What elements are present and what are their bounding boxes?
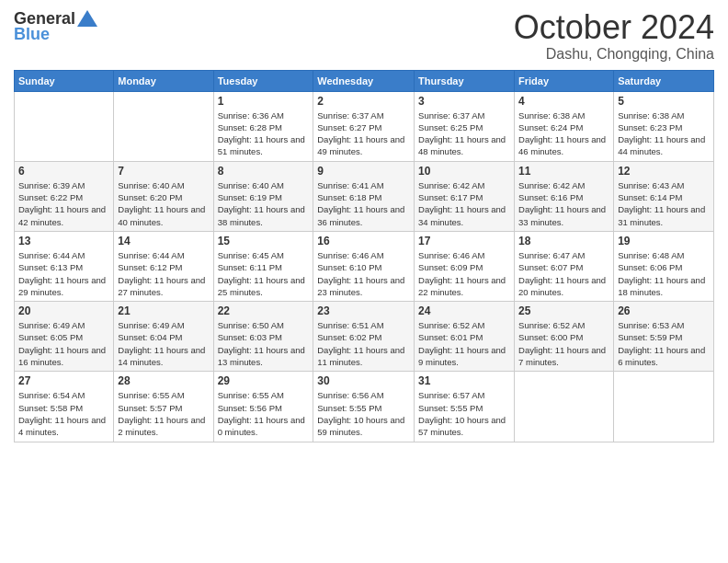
cell-2-5: 18 Sunrise: 6:47 AMSunset: 6:07 PMDaylig… bbox=[515, 231, 614, 301]
day-detail: Sunrise: 6:42 AMSunset: 6:17 PMDaylight:… bbox=[418, 180, 506, 227]
day-number: 10 bbox=[418, 165, 510, 178]
day-number: 22 bbox=[218, 304, 310, 317]
day-number: 23 bbox=[317, 304, 410, 317]
day-number: 14 bbox=[118, 235, 209, 247]
day-number: 2 bbox=[317, 95, 410, 108]
day-number: 4 bbox=[518, 95, 609, 108]
day-detail: Sunrise: 6:57 AMSunset: 5:55 PMDaylight:… bbox=[418, 390, 506, 437]
cell-1-6: 12 Sunrise: 6:43 AMSunset: 6:14 PMDaylig… bbox=[614, 161, 714, 231]
day-detail: Sunrise: 6:55 AMSunset: 5:56 PMDaylight:… bbox=[218, 390, 305, 437]
day-detail: Sunrise: 6:46 AMSunset: 6:10 PMDaylight:… bbox=[317, 250, 404, 297]
day-detail: Sunrise: 6:49 AMSunset: 6:04 PMDaylight:… bbox=[118, 320, 205, 367]
cell-0-5: 4 Sunrise: 6:38 AMSunset: 6:24 PMDayligh… bbox=[515, 91, 614, 161]
cell-1-3: 9 Sunrise: 6:41 AMSunset: 6:18 PMDayligh… bbox=[313, 161, 415, 231]
day-number: 13 bbox=[18, 235, 109, 247]
cell-4-5 bbox=[515, 372, 614, 442]
day-number: 19 bbox=[618, 235, 710, 247]
day-detail: Sunrise: 6:52 AMSunset: 6:01 PMDaylight:… bbox=[418, 320, 506, 367]
day-detail: Sunrise: 6:37 AMSunset: 6:27 PMDaylight:… bbox=[317, 110, 404, 157]
day-detail: Sunrise: 6:43 AMSunset: 6:14 PMDaylight:… bbox=[618, 180, 705, 227]
cell-4-1: 28 Sunrise: 6:55 AMSunset: 5:57 PMDaylig… bbox=[114, 372, 213, 442]
logo-icon bbox=[77, 10, 97, 27]
week-row-2: 13 Sunrise: 6:44 AMSunset: 6:13 PMDaylig… bbox=[15, 231, 714, 301]
day-detail: Sunrise: 6:42 AMSunset: 6:16 PMDaylight:… bbox=[518, 180, 606, 227]
logo: General Blue bbox=[14, 9, 97, 44]
cell-1-0: 6 Sunrise: 6:39 AMSunset: 6:22 PMDayligh… bbox=[15, 161, 114, 231]
day-detail: Sunrise: 6:39 AMSunset: 6:22 PMDaylight:… bbox=[18, 180, 106, 227]
day-detail: Sunrise: 6:38 AMSunset: 6:23 PMDaylight:… bbox=[618, 110, 705, 157]
cell-3-6: 26 Sunrise: 6:53 AMSunset: 5:59 PMDaylig… bbox=[614, 302, 714, 372]
header-area: General Blue October 2024 Dashu, Chongqi… bbox=[14, 9, 714, 63]
day-detail: Sunrise: 6:51 AMSunset: 6:02 PMDaylight:… bbox=[317, 320, 404, 367]
cell-4-4: 31 Sunrise: 6:57 AMSunset: 5:55 PMDaylig… bbox=[415, 372, 515, 442]
day-number: 11 bbox=[518, 165, 609, 178]
day-number: 6 bbox=[18, 165, 109, 178]
day-detail: Sunrise: 6:44 AMSunset: 6:12 PMDaylight:… bbox=[118, 250, 205, 297]
month-title: October 2024 bbox=[514, 9, 714, 46]
day-detail: Sunrise: 6:38 AMSunset: 6:24 PMDaylight:… bbox=[518, 110, 606, 157]
calendar-table: Sunday Monday Tuesday Wednesday Thursday… bbox=[14, 70, 714, 442]
location-title: Dashu, Chongqing, China bbox=[514, 46, 714, 63]
cell-2-1: 14 Sunrise: 6:44 AMSunset: 6:12 PMDaylig… bbox=[114, 231, 213, 301]
cell-0-4: 3 Sunrise: 6:37 AMSunset: 6:25 PMDayligh… bbox=[415, 91, 515, 161]
cell-2-4: 17 Sunrise: 6:46 AMSunset: 6:09 PMDaylig… bbox=[415, 231, 515, 301]
day-number: 7 bbox=[118, 165, 209, 178]
day-detail: Sunrise: 6:44 AMSunset: 6:13 PMDaylight:… bbox=[18, 250, 106, 297]
header-monday: Monday bbox=[114, 70, 213, 91]
cell-0-2: 1 Sunrise: 6:36 AMSunset: 6:28 PMDayligh… bbox=[213, 91, 313, 161]
day-detail: Sunrise: 6:40 AMSunset: 6:19 PMDaylight:… bbox=[218, 180, 305, 227]
cell-4-6 bbox=[614, 372, 714, 442]
title-area: October 2024 Dashu, Chongqing, China bbox=[514, 9, 714, 63]
day-number: 18 bbox=[518, 235, 609, 247]
day-number: 9 bbox=[317, 165, 410, 178]
day-number: 5 bbox=[618, 95, 710, 108]
cell-3-5: 25 Sunrise: 6:52 AMSunset: 6:00 PMDaylig… bbox=[515, 302, 614, 372]
day-detail: Sunrise: 6:48 AMSunset: 6:06 PMDaylight:… bbox=[618, 250, 705, 297]
day-detail: Sunrise: 6:36 AMSunset: 6:28 PMDaylight:… bbox=[218, 110, 305, 157]
cell-1-2: 8 Sunrise: 6:40 AMSunset: 6:19 PMDayligh… bbox=[213, 161, 313, 231]
cell-2-2: 15 Sunrise: 6:45 AMSunset: 6:11 PMDaylig… bbox=[213, 231, 313, 301]
cell-2-0: 13 Sunrise: 6:44 AMSunset: 6:13 PMDaylig… bbox=[15, 231, 114, 301]
cell-3-0: 20 Sunrise: 6:49 AMSunset: 6:05 PMDaylig… bbox=[15, 302, 114, 372]
header-thursday: Thursday bbox=[415, 70, 515, 91]
day-number: 28 bbox=[118, 374, 209, 387]
day-detail: Sunrise: 6:37 AMSunset: 6:25 PMDaylight:… bbox=[418, 110, 506, 157]
week-row-1: 6 Sunrise: 6:39 AMSunset: 6:22 PMDayligh… bbox=[15, 161, 714, 231]
cell-0-6: 5 Sunrise: 6:38 AMSunset: 6:23 PMDayligh… bbox=[614, 91, 714, 161]
day-detail: Sunrise: 6:47 AMSunset: 6:07 PMDaylight:… bbox=[518, 250, 606, 297]
logo-blue: Blue bbox=[14, 25, 50, 44]
day-detail: Sunrise: 6:49 AMSunset: 6:05 PMDaylight:… bbox=[18, 320, 106, 367]
day-number: 20 bbox=[18, 304, 109, 317]
week-row-0: 1 Sunrise: 6:36 AMSunset: 6:28 PMDayligh… bbox=[15, 91, 714, 161]
day-number: 29 bbox=[218, 374, 310, 387]
day-detail: Sunrise: 6:50 AMSunset: 6:03 PMDaylight:… bbox=[218, 320, 305, 367]
header-tuesday: Tuesday bbox=[213, 70, 313, 91]
day-detail: Sunrise: 6:52 AMSunset: 6:00 PMDaylight:… bbox=[518, 320, 606, 367]
cell-3-4: 24 Sunrise: 6:52 AMSunset: 6:01 PMDaylig… bbox=[415, 302, 515, 372]
header-sunday: Sunday bbox=[15, 70, 114, 91]
cell-1-5: 11 Sunrise: 6:42 AMSunset: 6:16 PMDaylig… bbox=[515, 161, 614, 231]
day-detail: Sunrise: 6:54 AMSunset: 5:58 PMDaylight:… bbox=[18, 390, 106, 437]
header-row: Sunday Monday Tuesday Wednesday Thursday… bbox=[15, 70, 714, 91]
day-detail: Sunrise: 6:40 AMSunset: 6:20 PMDaylight:… bbox=[118, 180, 205, 227]
day-number: 3 bbox=[418, 95, 510, 108]
day-number: 8 bbox=[218, 165, 310, 178]
cell-0-0 bbox=[15, 91, 114, 161]
cell-4-0: 27 Sunrise: 6:54 AMSunset: 5:58 PMDaylig… bbox=[15, 372, 114, 442]
cell-3-2: 22 Sunrise: 6:50 AMSunset: 6:03 PMDaylig… bbox=[213, 302, 313, 372]
day-number: 27 bbox=[18, 374, 109, 387]
cell-3-3: 23 Sunrise: 6:51 AMSunset: 6:02 PMDaylig… bbox=[313, 302, 415, 372]
svg-marker-0 bbox=[77, 10, 97, 27]
day-number: 25 bbox=[518, 304, 609, 317]
week-row-4: 27 Sunrise: 6:54 AMSunset: 5:58 PMDaylig… bbox=[15, 372, 714, 442]
day-number: 15 bbox=[218, 235, 310, 247]
day-detail: Sunrise: 6:53 AMSunset: 5:59 PMDaylight:… bbox=[618, 320, 705, 367]
day-number: 30 bbox=[317, 374, 410, 387]
header-friday: Friday bbox=[515, 70, 614, 91]
day-number: 17 bbox=[418, 235, 510, 247]
day-detail: Sunrise: 6:41 AMSunset: 6:18 PMDaylight:… bbox=[317, 180, 404, 227]
header-wednesday: Wednesday bbox=[313, 70, 415, 91]
cell-4-3: 30 Sunrise: 6:56 AMSunset: 5:55 PMDaylig… bbox=[313, 372, 415, 442]
day-number: 12 bbox=[618, 165, 710, 178]
day-number: 16 bbox=[317, 235, 410, 247]
